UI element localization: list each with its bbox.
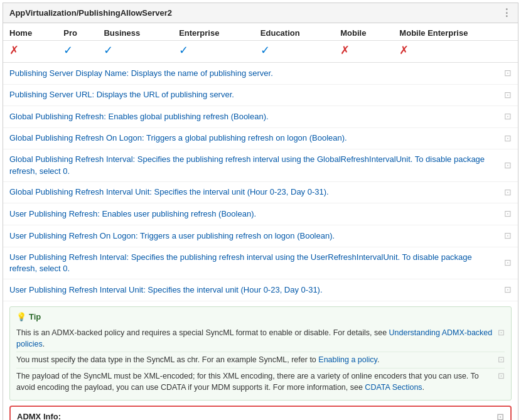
check-icon: ✓ <box>260 44 270 57</box>
tip-link[interactable]: Understanding ADMX-backed policies <box>16 328 492 348</box>
row-text: User Publishing Refresh Interval: Specif… <box>9 252 499 274</box>
row-item: Global Publishing Refresh Interval: Spec… <box>3 149 518 181</box>
check-icon: ✓ <box>179 44 188 57</box>
edition-header-mobile-enterprise: Mobile Enterprise <box>393 23 518 41</box>
row-text: Global Publishing Refresh Interval: Spec… <box>9 154 499 176</box>
row-action-icon[interactable]: ⊡ <box>504 89 512 102</box>
tip-row-icon[interactable]: ⊡ <box>498 354 505 366</box>
row-item: User Publishing Refresh On Logon: Trigge… <box>3 225 518 247</box>
page-title: AppVirtualization/PublishingAllowServer2 <box>9 8 172 18</box>
row-action-icon[interactable]: ⊡ <box>504 208 512 220</box>
cross-icon: ✗ <box>9 44 19 57</box>
row-text: Global Publishing Refresh: Enables globa… <box>9 111 499 122</box>
row-action-icon[interactable]: ⊡ <box>504 186 512 199</box>
admx-title: ADMX Info: <box>17 412 61 420</box>
row-item: Global Publishing Refresh Interval Unit:… <box>3 182 518 204</box>
tip-link[interactable]: Enabling a policy <box>318 355 377 364</box>
row-action-icon[interactable]: ⊡ <box>504 132 512 145</box>
editions-value-row: ✗✓✓✓✓✗✗ <box>3 41 518 63</box>
title-bar: AppVirtualization/PublishingAllowServer2… <box>3 3 518 23</box>
row-text: User Publishing Refresh Interval Unit: S… <box>9 284 499 296</box>
content-area: Publishing Server Display Name: Displays… <box>3 63 518 420</box>
row-text: Global Publishing Refresh Interval Unit:… <box>9 186 499 198</box>
title-icon: ⋮ <box>502 7 512 19</box>
tip-bulb-icon: 💡 <box>16 312 26 321</box>
tip-title: Tip <box>29 312 41 321</box>
edition-value-home: ✗ <box>3 41 57 63</box>
edition-header-education: Education <box>254 23 334 41</box>
check-icon: ✓ <box>63 44 73 57</box>
edition-header-business: Business <box>97 23 173 41</box>
admx-header-icon: ⊡ <box>497 412 504 420</box>
row-action-icon[interactable]: ⊡ <box>504 159 512 172</box>
edition-value-education: ✓ <box>254 41 334 63</box>
edition-value-enterprise: ✓ <box>173 41 254 63</box>
edition-value-mobile-enterprise: ✗ <box>393 41 518 63</box>
check-icon: ✓ <box>104 44 113 57</box>
row-item: Publishing Server URL: Displays the URL … <box>3 85 518 107</box>
editions-table: HomeProBusinessEnterpriseEducationMobile… <box>3 23 518 63</box>
rows-container: Publishing Server Display Name: Displays… <box>3 63 518 301</box>
admx-header: ADMX Info: ⊡ <box>17 412 504 420</box>
main-container: AppVirtualization/PublishingAllowServer2… <box>3 3 518 420</box>
row-text: User Publishing Refresh: Enables user pu… <box>9 208 499 220</box>
edition-header-pro: Pro <box>57 23 97 41</box>
row-action-icon[interactable]: ⊡ <box>504 257 512 269</box>
admx-box: ADMX Info: ⊡ GP english name: Publishing… <box>9 406 512 420</box>
tip-line: You must specify the data type in the Sy… <box>16 352 505 369</box>
edition-value-mobile: ✗ <box>334 41 393 63</box>
edition-value-business: ✓ <box>97 41 173 63</box>
row-item: Global Publishing Refresh On Logon: Trig… <box>3 128 518 150</box>
cross-icon: ✗ <box>399 44 409 57</box>
row-item: User Publishing Refresh Interval Unit: S… <box>3 279 518 301</box>
row-text: Publishing Server Display Name: Displays… <box>9 68 499 79</box>
row-item: User Publishing Refresh: Enables user pu… <box>3 203 518 225</box>
tip-line-text: You must specify the data type in the Sy… <box>16 354 493 365</box>
tip-row-icon[interactable]: ⊡ <box>498 370 505 382</box>
edition-header-mobile: Mobile <box>334 23 393 41</box>
row-item: Publishing Server Display Name: Displays… <box>3 63 518 85</box>
edition-header-enterprise: Enterprise <box>173 23 254 41</box>
tip-line: The payload of the SyncML must be XML-en… <box>16 369 505 395</box>
tip-row-icon[interactable]: ⊡ <box>498 327 505 339</box>
cross-icon: ✗ <box>340 44 350 57</box>
editions-header-row: HomeProBusinessEnterpriseEducationMobile… <box>3 23 518 41</box>
row-item: Global Publishing Refresh: Enables globa… <box>3 106 518 128</box>
row-action-icon[interactable]: ⊡ <box>504 67 512 80</box>
row-action-icon[interactable]: ⊡ <box>504 110 512 123</box>
row-action-icon[interactable]: ⊡ <box>504 230 512 242</box>
tip-link[interactable]: CDATA Sections <box>365 383 422 392</box>
tip-lines-container: This is an ADMX-backed policy and requir… <box>16 325 505 395</box>
row-text: Publishing Server URL: Displays the URL … <box>9 89 499 100</box>
tip-line-text: The payload of the SyncML must be XML-en… <box>16 370 493 393</box>
tip-header: 💡 Tip <box>16 312 505 321</box>
edition-header-home: Home <box>3 23 57 41</box>
row-item: User Publishing Refresh Interval: Specif… <box>3 247 518 279</box>
row-action-icon[interactable]: ⊡ <box>504 284 512 296</box>
edition-value-pro: ✓ <box>57 41 97 63</box>
row-text: Global Publishing Refresh On Logon: Trig… <box>9 132 499 144</box>
tip-line-text: This is an ADMX-backed policy and requir… <box>16 327 493 350</box>
tip-box: 💡 Tip This is an ADMX-backed policy and … <box>9 306 512 401</box>
row-text: User Publishing Refresh On Logon: Trigge… <box>9 230 499 242</box>
tip-line: This is an ADMX-backed policy and requir… <box>16 325 505 352</box>
